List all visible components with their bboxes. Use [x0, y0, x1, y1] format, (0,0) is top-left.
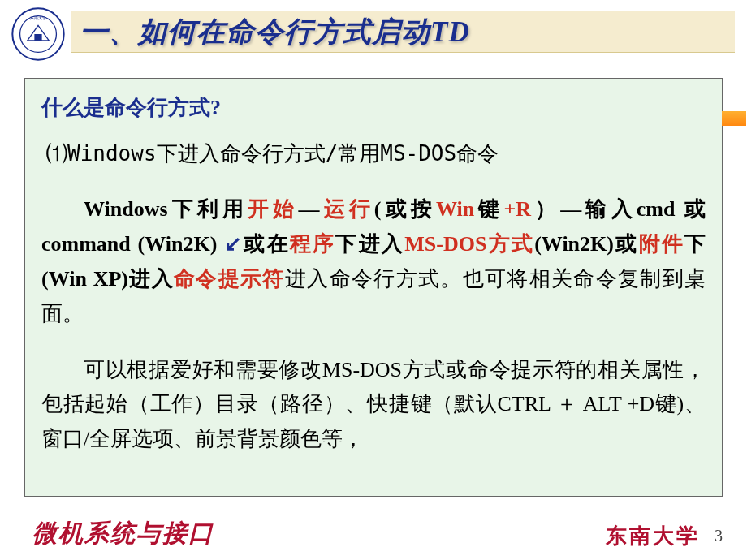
slide-title: 一、如何在命令行方式启动TD: [80, 13, 470, 51]
page-number: 3: [715, 527, 723, 545]
content-box: 什么是命令行方式? ⑴Windows下进入命令行方式/常用MS-DOS命令 Wi…: [24, 78, 723, 497]
svg-text:东南大学: 东南大学: [30, 15, 46, 19]
section-question: 什么是命令行方式?: [41, 93, 706, 122]
subheading: ⑴Windows下进入命令行方式/常用MS-DOS命令: [46, 140, 706, 168]
slide-header: 东南大学 一、如何在命令行方式启动TD: [0, 0, 747, 63]
paragraph-2: 可以根据爱好和需要修改MS-DOS方式或命令提示符的相关属性，包括起始（工作）目…: [41, 353, 706, 458]
enter-arrow-icon: ↙: [224, 232, 242, 256]
course-name: 微机系统与接口: [32, 517, 214, 550]
footer-right: 东南大学 3: [606, 522, 723, 550]
university-name: 东南大学: [606, 522, 700, 550]
university-logo: 东南大学: [11, 7, 65, 61]
title-bar: 一、如何在命令行方式启动TD: [71, 11, 735, 53]
decorative-tab: [722, 111, 746, 126]
paragraph-1: Windows下利用开始—运行(或按Win键+R）—输入cmd 或command…: [41, 192, 706, 332]
slide-footer: 微机系统与接口 东南大学 3: [0, 517, 747, 550]
svg-rect-2: [34, 34, 41, 41]
